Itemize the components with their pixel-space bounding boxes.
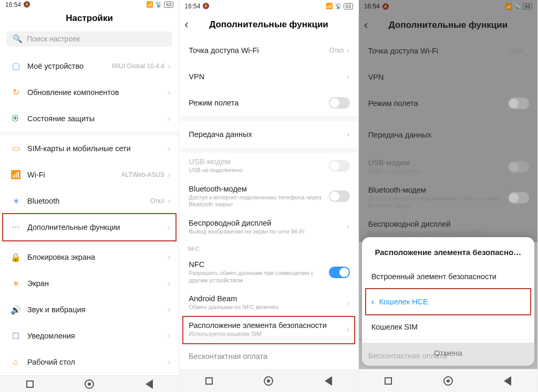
sun-icon: ☀ <box>8 279 23 289</box>
chevron-right-icon: › <box>168 61 170 71</box>
row-usb-modem: USB-модемUSB не подключено <box>359 153 537 181</box>
update-icon: ↻ <box>8 87 23 97</box>
chevron-right-icon: › <box>347 46 349 55</box>
nfc-toggle[interactable] <box>329 267 350 278</box>
chevron-right-icon: › <box>168 196 170 206</box>
option-sim-wallet[interactable]: Кошелек SIM <box>362 314 534 340</box>
row-vpn: VPN› <box>359 64 537 90</box>
status-bar: 16:54🔕 📶📡63 <box>0 0 179 9</box>
recent-apps-button[interactable] <box>24 378 36 390</box>
search-placeholder: Поиск настроек <box>27 35 80 43</box>
alarm-off-icon: 🔕 <box>382 3 389 10</box>
row-lockscreen[interactable]: 🔒 Блокировка экрана › <box>0 244 179 270</box>
airplane-toggle[interactable] <box>329 97 350 109</box>
page-title: Дополнительные функции <box>209 19 328 30</box>
row-secure-element[interactable]: Расположение элемента безопасностиИсполь… <box>179 316 358 343</box>
row-contactless-payment[interactable]: Бесконтактная оплата <box>179 343 358 369</box>
phone-icon: ▢ <box>8 61 23 71</box>
home-button[interactable] <box>263 375 274 387</box>
row-data-transfer: Передача данных› <box>359 122 537 148</box>
bluetooth-icon: ∗ <box>8 196 23 206</box>
row-bt-modem: Bluetooth-модемДоступ к интернет-подключ… <box>359 181 537 215</box>
alarm-off-icon: 🔕 <box>202 3 210 9</box>
row-airplane: Режим полета <box>359 90 537 116</box>
row-sound[interactable]: 🔊 Звук и вибрация › <box>0 296 179 323</box>
row-wifi[interactable]: 📶 Wi-Fi ALTWeb-ASUS› <box>0 162 179 188</box>
signal-icon: 📶 <box>146 1 153 8</box>
row-bt-modem[interactable]: Bluetooth-модемДоступ к интернет-подключ… <box>179 179 358 214</box>
status-time: 16:54 <box>364 3 380 10</box>
back-button[interactable] <box>323 375 334 387</box>
row-vpn[interactable]: VPN › <box>179 63 358 90</box>
row-wireless-display[interactable]: Беспроводной дисплейВывод изображения на… <box>179 214 358 240</box>
chevron-right-icon: › <box>347 72 349 81</box>
row-sim[interactable]: ▭ SIM-карты и мобильные сети › <box>0 135 179 162</box>
battery-indicator: 63 <box>164 2 173 8</box>
row-display[interactable]: ☀ Экран › <box>0 270 179 296</box>
row-android-beam[interactable]: Android BeamОбмен данными по NFC включен… <box>179 289 358 316</box>
screen-settings: 16:54🔕 📶📡63 Настройки 🔍 Поиск настроек ▢… <box>0 0 179 392</box>
row-notifications[interactable]: ☐ Уведомления › <box>0 323 179 349</box>
home-button[interactable] <box>442 375 454 387</box>
lock-icon: 🔒 <box>8 252 23 262</box>
search-input[interactable]: 🔍 Поиск настроек <box>6 31 172 47</box>
recent-apps-button[interactable] <box>203 375 215 387</box>
chevron-right-icon: › <box>347 130 349 139</box>
row-hotspot: Точка доступа Wi-FiОткл› <box>359 38 537 64</box>
chevron-right-icon: › <box>347 222 349 231</box>
wifi-icon: 📶 <box>8 169 23 179</box>
android-navbar <box>0 375 179 392</box>
battery-indicator: 63 <box>523 3 532 9</box>
row-contactless-payment: Бесконтактная оплата <box>359 343 537 369</box>
back-button[interactable]: ‹ <box>184 18 188 31</box>
chevron-right-icon: › <box>168 88 170 97</box>
chevron-right-icon: › <box>168 223 170 232</box>
shield-icon: ⛨ <box>8 114 23 123</box>
usb-modem-toggle <box>329 160 350 172</box>
back-button[interactable] <box>143 378 155 390</box>
row-airplane[interactable]: Режим полета <box>179 90 358 116</box>
android-navbar <box>359 369 537 392</box>
battery-indicator: 63 <box>344 3 353 9</box>
back-button[interactable] <box>502 375 513 387</box>
row-bluetooth[interactable]: ∗ Bluetooth Откл› <box>0 188 179 214</box>
status-bar: 16:54🔕 📶📡63 <box>359 0 537 13</box>
header: Настройки <box>0 9 179 27</box>
header: ‹ Дополнительные функции <box>179 13 358 37</box>
back-button[interactable]: ‹ <box>364 18 368 32</box>
chevron-right-icon: › <box>168 305 170 314</box>
section-gap <box>0 132 179 135</box>
chevron-right-icon: › <box>168 170 170 179</box>
bt-modem-toggle[interactable] <box>329 190 350 202</box>
row-system-update[interactable]: ↻ Обновление компонентов › <box>0 79 179 105</box>
row-desktop[interactable]: ⌂ Рабочий стол › <box>0 349 179 375</box>
option-hce-wallet[interactable]: Кошелек HCE <box>362 289 534 314</box>
chevron-right-icon: › <box>168 252 170 262</box>
row-hotspot[interactable]: Точка доступа Wi-Fi Откл› <box>179 37 358 63</box>
bell-icon: ☐ <box>8 331 23 341</box>
row-nfc[interactable]: NFCРазрешить обмен данными при совмещени… <box>179 255 358 289</box>
row-additional-functions[interactable]: ⋯ Дополнительные функции › <box>0 214 179 240</box>
row-usb-modem: USB-модемUSB не подключено <box>179 153 358 179</box>
recent-apps-button[interactable] <box>382 375 394 387</box>
more-icon: ⋯ <box>8 222 23 232</box>
home-button[interactable] <box>84 378 95 390</box>
page-title: Дополнительные функции <box>388 20 508 30</box>
wifi-icon: 📡 <box>514 3 521 10</box>
row-security-status[interactable]: ⛨ Состояние защиты › <box>0 105 179 132</box>
chevron-right-icon: › <box>168 114 170 123</box>
row-my-device[interactable]: ▢ Моё устройство MIUI Global 10.4.4› <box>0 53 179 79</box>
status-time: 16:54 <box>184 3 200 10</box>
wifi-icon: 📡 <box>155 1 162 8</box>
section-gap <box>179 147 358 153</box>
android-navbar <box>179 369 358 392</box>
option-builtin-se[interactable]: Встроенный элемент безопасности <box>362 264 534 289</box>
chevron-right-icon: › <box>347 298 349 308</box>
row-data-transfer[interactable]: Передача данных › <box>179 121 358 147</box>
status-time: 16:54 <box>5 1 21 8</box>
chevron-right-icon: › <box>168 357 170 367</box>
wifi-icon: 📡 <box>335 3 342 9</box>
home-icon: ⌂ <box>8 357 23 367</box>
page-title: Настройки <box>66 13 113 24</box>
screen-secure-element-dialog: 16:54🔕 📶📡63 ‹ Дополнительные функции Точ… <box>359 0 538 392</box>
